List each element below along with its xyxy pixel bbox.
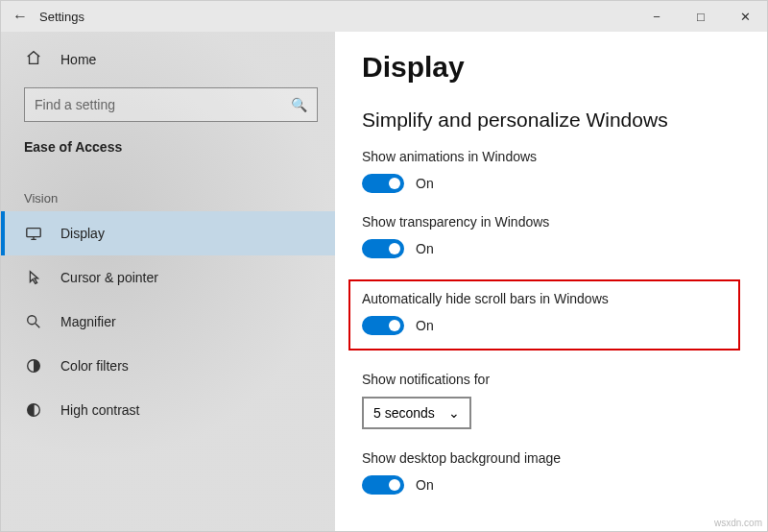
content-pane: Display Simplify and personalize Windows…: [335, 32, 767, 531]
sidebar-heading: Ease of Access: [1, 139, 335, 162]
setting-background: Show desktop background image On: [362, 450, 740, 495]
sidebar-item-label: Color filters: [60, 358, 129, 374]
color-filters-icon: [24, 357, 43, 375]
maximize-icon: □: [697, 10, 705, 24]
toggle-scrollbars[interactable]: [362, 316, 404, 335]
maximize-button[interactable]: □: [679, 1, 723, 32]
search-box[interactable]: 🔍: [24, 87, 318, 122]
toggle-animations[interactable]: [362, 174, 404, 193]
setting-scrollbars: Automatically hide scroll bars in Window…: [348, 279, 740, 351]
toggle-state: On: [416, 477, 434, 493]
chevron-down-icon: ⌄: [448, 405, 460, 421]
window-body: Home 🔍 Ease of Access Vision Display Cur…: [1, 32, 767, 531]
toggle-state: On: [416, 318, 434, 333]
sidebar-item-cursor[interactable]: Cursor & pointer: [1, 255, 335, 300]
setting-animations: Show animations in Windows On: [362, 149, 740, 193]
sidebar-item-label: Cursor & pointer: [60, 270, 158, 285]
setting-label: Show animations in Windows: [362, 149, 740, 164]
setting-notifications: Show notifications for 5 seconds ⌄: [362, 372, 740, 429]
sidebar-item-magnifier[interactable]: Magnifier: [1, 300, 335, 344]
cursor-icon: [24, 269, 43, 286]
sidebar-item-display[interactable]: Display: [1, 211, 335, 255]
setting-label: Show transparency in Windows: [362, 214, 740, 230]
toggle-background[interactable]: [362, 475, 404, 495]
home-label: Home: [60, 52, 96, 67]
close-button[interactable]: ✕: [723, 1, 767, 32]
setting-label: Show desktop background image: [362, 450, 740, 466]
home-nav[interactable]: Home: [1, 32, 335, 87]
search-input[interactable]: [35, 97, 291, 112]
window-controls: − □ ✕: [635, 1, 767, 32]
sidebar-item-color-filters[interactable]: Color filters: [1, 344, 335, 388]
titlebar: ← Settings − □ ✕: [1, 1, 767, 32]
page-title: Display: [362, 51, 740, 84]
sidebar-item-high-contrast[interactable]: High contrast: [1, 388, 335, 432]
notifications-select[interactable]: 5 seconds ⌄: [362, 397, 471, 429]
sidebar-item-label: Display: [60, 226, 105, 241]
search-icon: 🔍: [291, 97, 307, 112]
sidebar-group-vision: Vision: [1, 162, 335, 211]
sidebar: Home 🔍 Ease of Access Vision Display Cur…: [1, 32, 335, 531]
home-icon: [24, 49, 43, 70]
arrow-left-icon: ←: [12, 8, 28, 24]
setting-transparency: Show transparency in Windows On: [362, 214, 740, 258]
sidebar-item-label: Magnifier: [60, 314, 116, 329]
toggle-state: On: [416, 176, 434, 191]
close-icon: ✕: [740, 10, 751, 24]
back-button[interactable]: ←: [1, 8, 39, 25]
sidebar-item-label: High contrast: [60, 402, 139, 418]
window-title: Settings: [39, 10, 84, 24]
svg-point-1: [28, 316, 36, 325]
display-icon: [24, 225, 43, 242]
setting-label: Show notifications for: [362, 372, 740, 387]
settings-window: ← Settings − □ ✕ Home 🔍 Ease of Access V…: [0, 0, 768, 532]
svg-rect-0: [27, 229, 40, 237]
select-value: 5 seconds: [373, 405, 435, 421]
section-title: Simplify and personalize Windows: [362, 109, 740, 132]
setting-label: Automatically hide scroll bars in Window…: [362, 291, 727, 306]
toggle-state: On: [416, 241, 434, 256]
minimize-icon: −: [653, 10, 660, 24]
toggle-transparency[interactable]: [362, 239, 404, 258]
watermark: wsxdn.com: [714, 518, 762, 528]
magnifier-icon: [24, 313, 43, 330]
minimize-button[interactable]: −: [635, 1, 679, 32]
high-contrast-icon: [24, 401, 43, 419]
